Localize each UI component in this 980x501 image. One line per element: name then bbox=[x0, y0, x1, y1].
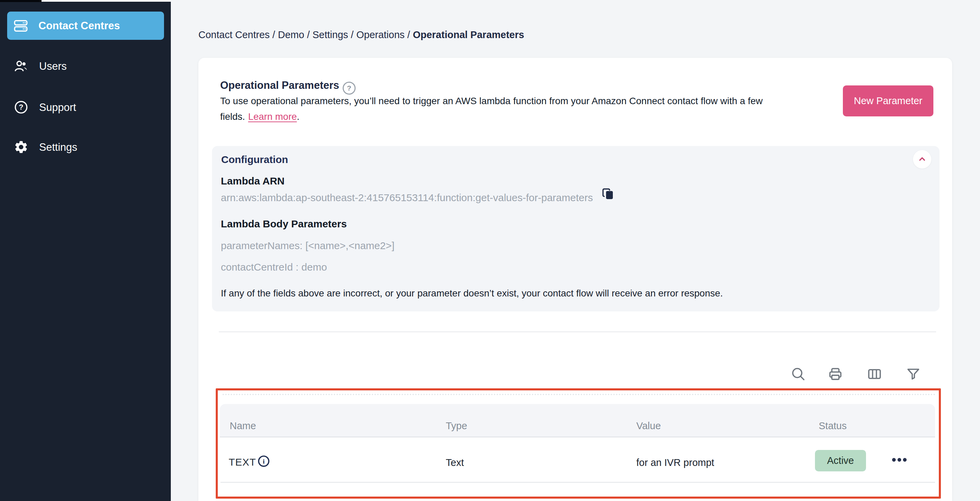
new-parameter-button[interactable]: New Parameter bbox=[843, 86, 933, 116]
configuration-title: Configuration bbox=[221, 154, 288, 165]
description-period: . bbox=[297, 111, 299, 122]
learn-more-link[interactable]: Learn more bbox=[248, 111, 297, 122]
status-badge: Active bbox=[815, 450, 866, 471]
column-header-name[interactable]: Name bbox=[230, 420, 256, 431]
sidebar-item-label: Contact Centres bbox=[38, 20, 120, 32]
search-icon[interactable] bbox=[790, 366, 807, 382]
row-name-cell: TEXT bbox=[229, 456, 256, 468]
page-title: Operational Parameters bbox=[220, 79, 339, 92]
svg-text:i: i bbox=[263, 457, 265, 465]
lambda-body-label: Lambda Body Parameters bbox=[221, 218, 347, 230]
configuration-note: If any of the fields above are incorrect… bbox=[221, 288, 723, 299]
description-line1: To use operational parameters, you’ll ne… bbox=[220, 93, 762, 109]
row-actions-menu-icon[interactable] bbox=[891, 457, 907, 462]
row-value-cell: for an IVR prompt bbox=[636, 457, 714, 468]
description-line2: fields.Learn more. bbox=[220, 109, 762, 124]
breadcrumb: Contact Centres / Demo / Settings / Oper… bbox=[198, 29, 524, 40]
description-line2-prefix: fields. bbox=[220, 111, 245, 122]
lambda-arn-value: arn:aws:lambda:ap-southeast-2:4157651531… bbox=[221, 192, 593, 204]
filter-icon[interactable] bbox=[905, 366, 921, 382]
copy-icon[interactable] bbox=[601, 187, 615, 201]
chevron-up-icon bbox=[917, 154, 928, 165]
sidebar-item-settings[interactable]: Settings bbox=[14, 138, 77, 157]
row-type-cell: Text bbox=[446, 457, 464, 468]
page-description: To use operational parameters, you’ll ne… bbox=[220, 93, 762, 124]
section-divider bbox=[219, 331, 936, 332]
parameter-names-value: parameterNames: [<name>,<name2>] bbox=[221, 240, 395, 251]
window-top-strip bbox=[0, 0, 41, 2]
sidebar-item-support[interactable]: ? Support bbox=[14, 98, 76, 117]
breadcrumb-path[interactable]: Contact Centres / Demo / Settings / Oper… bbox=[198, 29, 410, 40]
dotted-guide-line bbox=[223, 394, 936, 395]
window-top-highlight bbox=[41, 0, 171, 2]
contact-centres-icon bbox=[13, 18, 29, 34]
view-columns-icon[interactable] bbox=[866, 366, 883, 382]
column-header-type[interactable]: Type bbox=[446, 420, 467, 431]
row-divider bbox=[221, 482, 935, 483]
help-icon[interactable]: ? bbox=[343, 82, 356, 95]
breadcrumb-current: Operational Parameters bbox=[413, 29, 524, 40]
sidebar-item-contact-centres[interactable]: Contact Centres bbox=[7, 11, 164, 40]
support-icon: ? bbox=[14, 100, 29, 115]
info-icon[interactable]: i bbox=[257, 455, 270, 468]
column-header-status[interactable]: Status bbox=[819, 420, 846, 431]
help-glyph: ? bbox=[347, 84, 352, 92]
svg-text:?: ? bbox=[19, 103, 23, 111]
column-header-value[interactable]: Value bbox=[636, 420, 661, 431]
gear-icon bbox=[14, 140, 29, 155]
users-icon bbox=[14, 59, 29, 74]
sidebar-item-label: Support bbox=[39, 102, 76, 114]
sidebar-item-label: Users bbox=[39, 60, 67, 73]
contact-centre-id-value: contactCentreId : demo bbox=[221, 261, 327, 273]
lambda-arn-label: Lambda ARN bbox=[221, 175, 285, 187]
sidebar-item-users[interactable]: Users bbox=[14, 57, 67, 76]
collapse-configuration-button[interactable] bbox=[913, 150, 931, 169]
print-icon[interactable] bbox=[827, 366, 843, 382]
sidebar: Contact Centres Users ? Support S bbox=[0, 0, 171, 501]
sidebar-item-label: Settings bbox=[39, 141, 77, 154]
